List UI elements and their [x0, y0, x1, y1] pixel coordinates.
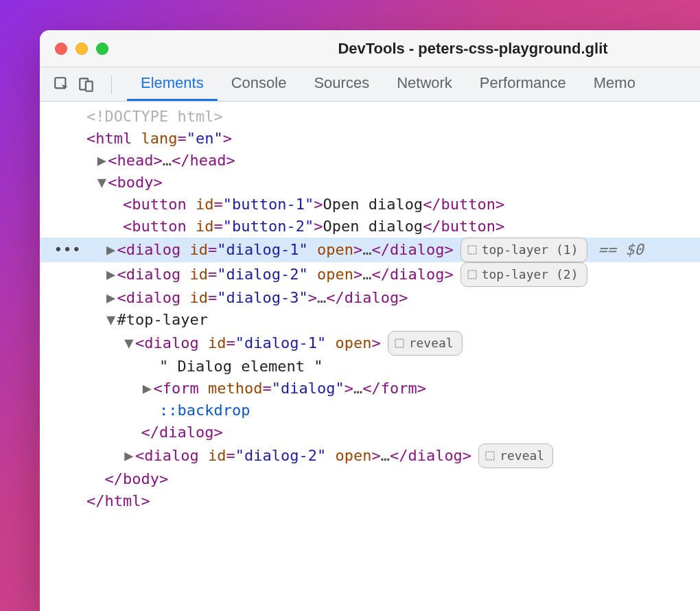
top-layer-badge[interactable]: top-layer (1)	[460, 238, 587, 262]
selected-node-suffix: == $0	[598, 239, 644, 261]
svg-rect-6	[486, 452, 494, 460]
window-title: DevTools - peters-css-playground.glit	[40, 40, 700, 58]
tree-row-head[interactable]: ▶<head>…</head>	[40, 150, 700, 172]
elements-tree[interactable]: <!DOCTYPE html> <html lang="en"> ▶<head>…	[40, 102, 700, 611]
expand-arrow-icon[interactable]: ▶	[105, 287, 117, 309]
tab-network[interactable]: Network	[383, 67, 466, 101]
tab-performance[interactable]: Performance	[466, 67, 580, 101]
expand-arrow-icon[interactable]: ▶	[105, 239, 117, 261]
zoom-window-button[interactable]	[96, 43, 108, 55]
tree-row-html-close[interactable]: </html>	[40, 490, 700, 512]
svg-rect-2	[86, 81, 93, 91]
svg-rect-4	[468, 270, 476, 279]
minimize-window-button[interactable]	[75, 43, 88, 55]
expand-arrow-icon[interactable]: ▶	[95, 150, 108, 172]
reveal-badge[interactable]: reveal	[478, 443, 553, 468]
collapse-arrow-icon[interactable]: ▼	[105, 309, 117, 331]
svg-rect-3	[468, 246, 476, 254]
tree-row-dialog-2[interactable]: ▶<dialog id="dialog-2" open>…</dialog> t…	[40, 262, 700, 287]
collapse-arrow-icon[interactable]: ▼	[95, 172, 108, 194]
doctype-text: <!DOCTYPE html>	[86, 106, 223, 128]
inspect-element-icon[interactable]	[52, 75, 71, 94]
expand-arrow-icon[interactable]: ▶	[123, 445, 135, 467]
top-layer-badge[interactable]: top-layer (2)	[460, 262, 587, 287]
expand-arrow-icon[interactable]: ▶	[141, 378, 153, 400]
tree-row-button-2[interactable]: <button id="button-2">Open dialog</butto…	[40, 216, 700, 238]
tree-row-tl-dialog1-close[interactable]: </dialog>	[40, 422, 700, 443]
tree-row-html-open[interactable]: <html lang="en">	[40, 128, 700, 150]
svg-rect-5	[395, 339, 404, 347]
tree-row-dialog-1[interactable]: ••• ▶<dialog id="dialog-1" open>…</dialo…	[40, 238, 700, 262]
tree-row-body-open[interactable]: ▼<body>	[40, 172, 700, 194]
close-window-button[interactable]	[55, 43, 67, 55]
toolbar-separator	[111, 75, 112, 94]
panel-tabs: Elements Console Sources Network Perform…	[127, 67, 649, 101]
devtools-window: DevTools - peters-css-playground.glit El…	[40, 30, 700, 611]
tree-row-doctype[interactable]: <!DOCTYPE html>	[40, 106, 700, 128]
tree-row-dialog-text[interactable]: " Dialog element "	[40, 356, 700, 378]
tree-row-dialog-3[interactable]: ▶<dialog id="dialog-3">…</dialog>	[40, 287, 700, 309]
tree-row-body-close[interactable]: </body>	[40, 468, 700, 490]
window-titlebar: DevTools - peters-css-playground.glit	[40, 30, 700, 67]
tab-sources[interactable]: Sources	[300, 67, 383, 101]
tree-row-backdrop[interactable]: ::backdrop	[40, 400, 700, 422]
reveal-badge[interactable]: reveal	[388, 331, 463, 356]
tab-elements[interactable]: Elements	[127, 67, 218, 101]
device-mode-icon[interactable]	[77, 75, 96, 94]
tree-row-button-1[interactable]: <button id="button-1">Open dialog</butto…	[40, 194, 700, 216]
gutter-dots-icon[interactable]: •••	[47, 239, 86, 261]
expand-arrow-icon[interactable]: ▶	[105, 264, 117, 286]
tree-row-tl-dialog1-open[interactable]: ▼<dialog id="dialog-1" open> reveal	[40, 331, 700, 356]
traffic-lights	[55, 43, 108, 55]
tab-memory[interactable]: Memo	[580, 67, 649, 101]
tree-row-top-layer[interactable]: ▼#top-layer	[40, 309, 700, 331]
tree-row-form[interactable]: ▶<form method="dialog">…</form>	[40, 378, 700, 400]
tab-console[interactable]: Console	[218, 67, 301, 101]
collapse-arrow-icon[interactable]: ▼	[123, 332, 135, 354]
devtools-toolbar: Elements Console Sources Network Perform…	[40, 67, 700, 102]
tree-row-tl-dialog2[interactable]: ▶<dialog id="dialog-2" open>…</dialog> r…	[40, 443, 700, 468]
